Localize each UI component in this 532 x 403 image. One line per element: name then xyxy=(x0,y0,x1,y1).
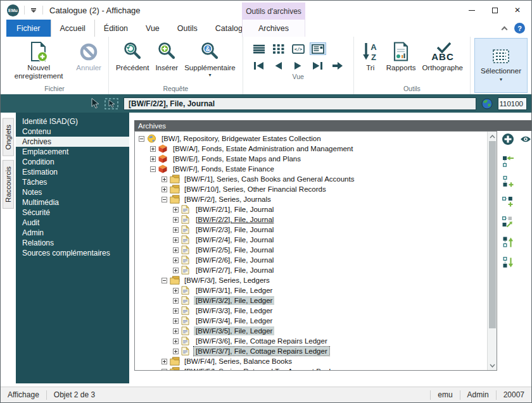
expand-icon[interactable] xyxy=(173,247,179,253)
sort-button[interactable]: AZ Tri xyxy=(358,39,383,73)
tree-node-label[interactable]: [BW/F/4/], Series, Balance Books xyxy=(182,357,294,366)
tree-node[interactable]: [BW/F/3/7], File, Cottage Repairs Ledger xyxy=(135,346,487,356)
nav-goto-button[interactable] xyxy=(329,59,346,72)
tree-node-label[interactable]: [BW/A/], Fonds, Estate Administration an… xyxy=(171,144,355,153)
expand-icon[interactable] xyxy=(173,227,179,233)
tab-vue[interactable]: Vue xyxy=(137,20,168,37)
sidebar-item-multim-dia[interactable]: Multimédia xyxy=(16,197,129,208)
collapse-icon[interactable] xyxy=(162,278,167,283)
tree-node[interactable]: [BW/F/4/], Series, Balance Books xyxy=(135,356,487,366)
expand-icon[interactable] xyxy=(150,146,156,152)
add-sibling-node-button[interactable] xyxy=(500,175,515,189)
tree-node[interactable]: [BW/F/2/3], File, Journal xyxy=(135,225,487,235)
reports-button[interactable]: Rapports xyxy=(384,39,419,73)
tree-node-label[interactable]: [BW/F/3/3], File, Ledger xyxy=(194,306,274,315)
sidebar-item-s-curit-[interactable]: Sécurité xyxy=(16,208,129,218)
cursor-arrow-icon[interactable] xyxy=(91,98,99,109)
nav-previous-button[interactable] xyxy=(270,59,287,72)
sidebar-item-sources-compl-mentaires[interactable]: Sources complémentaires xyxy=(16,248,129,258)
expand-icon[interactable] xyxy=(173,328,179,334)
expand-icon[interactable] xyxy=(173,257,179,263)
sidebar-item-notes[interactable]: Notes xyxy=(16,187,129,197)
expand-icon[interactable] xyxy=(173,338,179,344)
tab-archives-contextual[interactable]: Archives xyxy=(242,20,305,37)
tree-node[interactable]: [BW/F/5/], Series, Rate and Tax Account … xyxy=(135,366,487,370)
expand-icon[interactable] xyxy=(150,156,156,162)
view-record-button[interactable] xyxy=(518,132,532,146)
expand-icon[interactable] xyxy=(162,177,167,182)
tree-node-label[interactable]: [BW/F/3/4], File, Ledger xyxy=(194,316,274,325)
tab-outils[interactable]: Outils xyxy=(168,20,206,37)
tree-node[interactable]: [BW/F/], Fonds, Estate Finance xyxy=(135,164,487,174)
collapse-ribbon-icon[interactable] xyxy=(502,26,508,32)
tree-node[interactable]: [BW/F/2/2], File, Journal xyxy=(135,214,487,225)
tree-node[interactable]: [BW/F/10/], Series, Other Financial Reco… xyxy=(135,184,487,194)
view-code-button[interactable]: </> xyxy=(290,42,307,55)
sidebar-item-relations[interactable]: Relations xyxy=(16,238,129,248)
tree-node[interactable]: [BW/F/3/2], File, Ledger xyxy=(135,295,487,306)
scroll-up-button[interactable] xyxy=(488,132,497,141)
view-details-button[interactable] xyxy=(310,42,326,55)
expand-icon[interactable] xyxy=(162,369,167,371)
expand-icon[interactable] xyxy=(162,187,167,192)
tree-node[interactable]: [BW/F/3/1], File, Ledger xyxy=(135,285,487,295)
tree-node[interactable]: [BW/F/3/4], File, Ledger xyxy=(135,316,487,326)
tree-node-label[interactable]: [BW/F/3/2], File, Ledger xyxy=(194,296,274,305)
expand-icon[interactable] xyxy=(173,349,179,354)
move-node-button[interactable] xyxy=(500,215,515,229)
record-count-field[interactable]: 110100 xyxy=(498,97,527,110)
tree-node-label[interactable]: [BW/F/2/], Series, Journals xyxy=(182,195,273,204)
tree-node-label[interactable]: [BW/F/2/5], File, Journal xyxy=(194,245,276,254)
select-button[interactable]: Sélectionner ▾ xyxy=(474,38,528,93)
tree-node-label[interactable]: [BW/E/], Fonds, Estate Maps and Plans xyxy=(171,154,303,163)
app-logo-icon[interactable]: EMu xyxy=(7,4,19,16)
tree-node-label[interactable]: [BW/F/2/6], File, Journal xyxy=(194,256,276,264)
view-grid-button[interactable] xyxy=(270,42,287,55)
expand-icon[interactable] xyxy=(173,217,179,223)
move-node-down-button[interactable] xyxy=(500,256,515,270)
tree-node-label[interactable]: [BW/F/3/], Series, Ledgers xyxy=(182,276,272,285)
sidebar-item-admin[interactable]: Admin xyxy=(16,228,129,238)
tree-node-label[interactable]: [BW/F/10/], Series, Other Financial Reco… xyxy=(182,185,328,194)
tree-node[interactable]: [BW/F/2/5], File, Journal xyxy=(135,245,487,255)
tab-edition[interactable]: Édition xyxy=(95,20,137,37)
tree-node-label[interactable]: [BW/F/3/6], File, Cottage Repairs Ledger xyxy=(194,337,329,345)
help-button[interactable]: ? xyxy=(514,23,525,34)
tree-node-label[interactable]: [BW/F/2/3], File, Journal xyxy=(194,225,276,234)
tree-node[interactable]: [BW/A/], Fonds, Estate Administration an… xyxy=(135,144,487,154)
expand-icon[interactable] xyxy=(173,308,179,314)
nav-next-button[interactable] xyxy=(290,59,307,72)
collapse-icon[interactable] xyxy=(162,197,167,202)
tab-onglets[interactable]: Onglets xyxy=(3,118,14,156)
tree-node[interactable]: [BW/E/], Fonds, Estate Maps and Plans xyxy=(135,154,487,164)
previous-query-button[interactable]: Précédent xyxy=(113,39,151,73)
nav-first-button[interactable] xyxy=(251,59,267,72)
expand-icon[interactable] xyxy=(173,207,179,213)
tree-scrollbar[interactable] xyxy=(487,132,497,370)
move-node-up-button[interactable] xyxy=(500,235,515,249)
tree-node-label[interactable]: [BW/F/2/7], File, Journal xyxy=(194,266,276,275)
select-mode-icon[interactable] xyxy=(104,98,118,109)
maximize-button[interactable] xyxy=(483,1,506,20)
tree-node-label[interactable]: [BW/F/3/5], File, Ledger xyxy=(194,326,274,335)
tab-fichier[interactable]: Fichier xyxy=(6,20,51,37)
close-button[interactable]: ✕ xyxy=(506,1,529,20)
collapse-icon[interactable] xyxy=(139,136,144,142)
expand-icon[interactable] xyxy=(162,359,167,364)
tree-node[interactable]: [BW/F/2/], Series, Journals xyxy=(135,194,487,204)
tree-node[interactable]: [BW/F/3/], Series, Ledgers xyxy=(135,275,487,285)
tab-accueil[interactable]: Accueil xyxy=(51,20,95,37)
sidebar-item-archives[interactable]: Archives xyxy=(16,137,129,147)
cancel-button[interactable]: Annuler xyxy=(73,39,104,73)
tree-node-label[interactable]: [BW/F/2/1], File, Journal xyxy=(194,205,276,214)
sidebar-item-emplacement[interactable]: Emplacement xyxy=(16,147,129,157)
nav-last-button[interactable] xyxy=(310,59,326,72)
current-record-field[interactable]: [BW/F/2/2], File, Journal xyxy=(124,97,476,110)
quick-access-customize-button[interactable] xyxy=(30,8,37,13)
expand-icon[interactable] xyxy=(173,298,179,304)
minimize-button[interactable] xyxy=(460,1,483,20)
move-to-parent-button[interactable] xyxy=(500,154,515,168)
sidebar-item-contenu[interactable]: Contenu xyxy=(16,127,129,137)
tree-node-label[interactable]: [BW/F/2/4], File, Journal xyxy=(194,235,276,244)
sidebar-item-identit-isad-g-[interactable]: Identité ISAD(G) xyxy=(16,116,129,127)
